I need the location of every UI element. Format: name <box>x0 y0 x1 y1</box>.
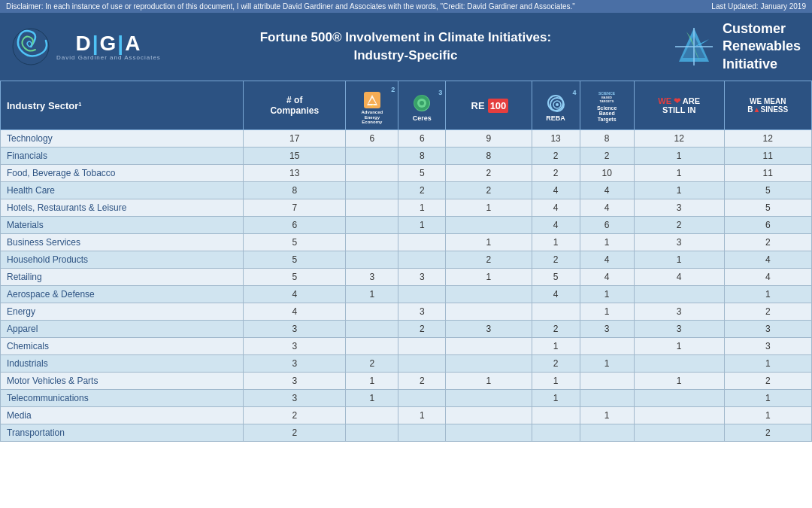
companies-column-header: # of Companies <box>244 81 346 130</box>
cell-industry: Media <box>1 406 244 424</box>
cell-re100: 2 <box>446 251 532 268</box>
cell-wmb: 1 <box>724 285 811 303</box>
cell-sbt <box>580 337 634 354</box>
industry-column-header: Industry Sector¹ <box>1 81 244 130</box>
table-row: Health Care8224415 <box>1 181 812 199</box>
cell-ceres: 6 <box>398 129 446 147</box>
wmb-business-label: B▲SINESS <box>747 105 788 114</box>
table-row: Business Services511132 <box>1 233 812 251</box>
cell-re100: 1 <box>446 372 532 389</box>
reba-circle-icon <box>547 95 564 111</box>
cell-wmb: 4 <box>724 251 811 268</box>
cell-re100 <box>446 303 532 320</box>
cell-reba: 4 <box>532 181 580 199</box>
reba-column-header: 4 REBA <box>532 81 580 130</box>
reba-logo-cell: 4 REBA <box>535 89 577 122</box>
cell-wmb: 1 <box>724 389 811 406</box>
table-row: Hotels, Restaurants & Leisure7114435 <box>1 199 812 216</box>
dga-spiral-icon <box>11 27 50 66</box>
cell-wmb: 11 <box>724 147 811 164</box>
cell-companies: 2 <box>244 424 346 441</box>
wasi-heart-icon: ❤ <box>674 96 680 105</box>
cell-wmb: 5 <box>724 199 811 216</box>
table-row: Chemicals3113 <box>1 337 812 354</box>
cell-re100: 3 <box>446 320 532 337</box>
cell-wasi: 1 <box>634 337 724 354</box>
cell-re100: 2 <box>446 164 532 181</box>
cell-ceres <box>398 389 446 406</box>
cell-wasi: 1 <box>634 147 724 164</box>
cell-companies: 5 <box>244 233 346 251</box>
cell-aee <box>346 216 398 233</box>
cell-reba: 4 <box>532 199 580 216</box>
cell-sbt: 4 <box>580 251 634 268</box>
cell-ceres: 2 <box>398 372 446 389</box>
cell-companies: 8 <box>244 181 346 199</box>
table-row: Retailing53315444 <box>1 268 812 285</box>
cell-aee: 6 <box>346 129 398 147</box>
cell-aee <box>346 164 398 181</box>
cell-aee <box>346 320 398 337</box>
cell-companies: 17 <box>244 129 346 147</box>
cell-industry: Industrials <box>1 354 244 372</box>
cell-wasi: 1 <box>634 181 724 199</box>
table-body: Technology176691381212Financials15882211… <box>1 129 812 441</box>
title-line1: Fortune 500® Involvement in Climate Init… <box>176 29 635 47</box>
cell-sbt: 1 <box>580 303 634 320</box>
reba-label: REBA <box>546 114 565 122</box>
aee-logo-cell: 2 ⚡ AdvancedEnergyEconomy <box>349 86 395 125</box>
cell-ceres <box>398 337 446 354</box>
cell-wasi <box>634 424 724 441</box>
cell-industry: Financials <box>1 147 244 164</box>
table-row: Financials158822111 <box>1 147 812 164</box>
cell-sbt: 3 <box>580 320 634 337</box>
cell-reba: 4 <box>532 216 580 233</box>
cell-re100 <box>446 424 532 441</box>
page-header: D|G|A David Gardiner and Associates Fort… <box>0 13 812 81</box>
cell-industry: Telecommunications <box>1 389 244 406</box>
ceres-label: Ceres <box>413 114 432 122</box>
table-row: Motor Vehicles & Parts3121112 <box>1 372 812 389</box>
cell-reba: 2 <box>532 164 580 181</box>
disclaimer-text: Disclaimer: In each instance of use or r… <box>6 2 575 11</box>
cell-wasi <box>634 389 724 406</box>
cell-companies: 4 <box>244 303 346 320</box>
dga-text-area: D|G|A David Gardiner and Associates <box>56 33 161 61</box>
cell-reba <box>532 424 580 441</box>
sbt-icon: SCIENCE BASED TARGETS <box>595 89 618 104</box>
cell-industry: Apparel <box>1 320 244 337</box>
cell-reba <box>532 303 580 320</box>
cell-reba: 13 <box>532 129 580 147</box>
cell-reba: 2 <box>532 251 580 268</box>
cell-sbt: 10 <box>580 164 634 181</box>
wasi-stillin-label: STILL IN <box>662 105 695 114</box>
cell-re100: 2 <box>446 181 532 199</box>
wasi-logo: WE ❤ ARE STILL IN <box>658 96 700 114</box>
cell-re100 <box>446 337 532 354</box>
cell-aee <box>346 251 398 268</box>
cell-wasi: 1 <box>634 251 724 268</box>
cell-reba: 2 <box>532 354 580 372</box>
cell-industry: Aerospace & Defense <box>1 285 244 303</box>
cell-aee <box>346 406 398 424</box>
wasi-are-label: ARE <box>683 96 700 105</box>
wasi-column-header: WE ❤ ARE STILL IN <box>634 81 724 130</box>
sbt-label: ScienceBasedTargets <box>597 105 617 123</box>
cell-wmb: 1 <box>724 354 811 372</box>
ceres-circle-icon <box>414 95 430 111</box>
cri-logo-area: Customer Renewables Initiative <box>650 20 801 73</box>
wmb-logo-cell: WE MEAN B▲SINESS <box>728 97 808 114</box>
cell-wasi: 1 <box>634 164 724 181</box>
title-line2: Industry-Specific <box>176 47 635 65</box>
cell-wmb: 1 <box>724 406 811 424</box>
cell-companies: 15 <box>244 147 346 164</box>
cell-sbt: 1 <box>580 354 634 372</box>
cell-ceres: 8 <box>398 147 446 164</box>
cell-wasi <box>634 354 724 372</box>
wmb-logo: WE MEAN B▲SINESS <box>747 97 788 114</box>
cell-wasi: 3 <box>634 199 724 216</box>
cell-aee <box>346 233 398 251</box>
cell-wasi: 3 <box>634 233 724 251</box>
cell-reba: 1 <box>532 389 580 406</box>
svg-point-11 <box>420 101 424 105</box>
